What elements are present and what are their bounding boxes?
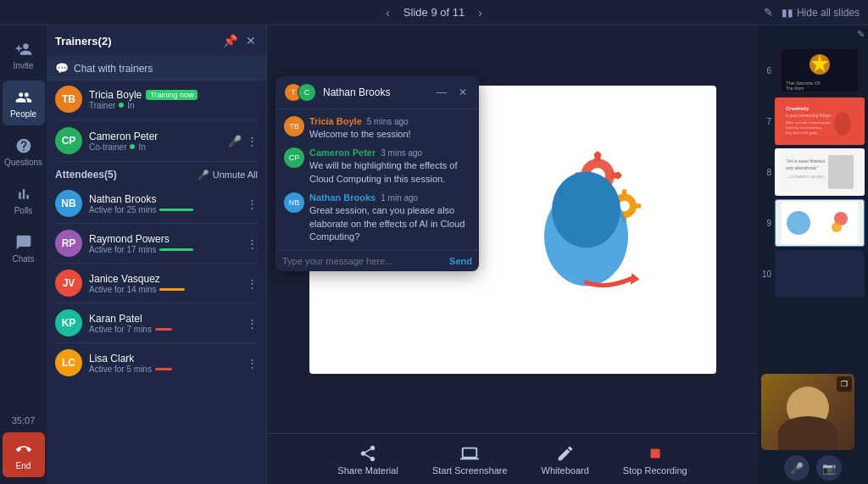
msg-body-cameron: Cameron Peter 3 mins ago We will be high… xyxy=(309,147,470,186)
camera-toggle-button[interactable]: 📷 xyxy=(816,455,842,481)
sidebar-bottom: 35:07 End xyxy=(3,415,45,484)
attendee-item-janice: JV Janice Vasquez Active for 14 mins ⋮ xyxy=(47,265,266,301)
attendee-info-janice: Janice Vasquez Active for 14 mins xyxy=(89,273,240,294)
chat-avatar-cameron: C xyxy=(298,83,316,102)
sidebar-item-questions[interactable]: Questions xyxy=(3,129,45,174)
svg-text:"Art is never finished,: "Art is never finished, xyxy=(786,159,826,164)
more-options-janice[interactable]: ⋮ xyxy=(247,277,258,290)
avatar-nathan: NB xyxy=(55,190,82,217)
msg-time-2: 1 min ago xyxy=(381,193,418,203)
svg-text:Creativity: Creativity xyxy=(786,106,810,111)
attendee-status-nathan: Active for 25 mins xyxy=(89,205,240,214)
chat-input-area: Send xyxy=(275,250,479,271)
divider-2 xyxy=(55,161,258,162)
stop-recording-action[interactable]: Stop Recording xyxy=(623,443,687,476)
chat-message-2: NB Nathan Brooks 1 min ago Great session… xyxy=(284,192,470,243)
svg-rect-10 xyxy=(621,189,626,197)
chat-message-0: TB Tricia Boyle 5 mins ago Welcome to th… xyxy=(284,116,470,141)
slide-thumb-row-6: 6 The Secrets Of The Atom xyxy=(761,47,865,94)
attendee-name-nathan: Nathan Brooks xyxy=(89,193,240,205)
whiteboard-action[interactable]: Whiteboard xyxy=(542,443,589,476)
svg-text:is just connecting things: is just connecting things xyxy=(786,113,832,118)
edit-slide-icon[interactable]: ✎ xyxy=(857,29,865,40)
hide-slides-button[interactable]: ▮▮ Hide all slides xyxy=(782,7,860,19)
person-plus-icon xyxy=(14,39,34,59)
msg-avatar-cameron: CP xyxy=(284,147,304,168)
participants-panel: Trainers(2) 📌 ✕ 💬 Chat with trainers TB … xyxy=(47,25,267,484)
sidebar-item-polls[interactable]: Polls xyxy=(3,177,45,222)
divider-6 xyxy=(55,342,258,343)
stop-recording-icon xyxy=(645,443,665,464)
screenshare-icon xyxy=(459,443,480,464)
pin-button[interactable]: 📌 xyxy=(221,32,239,49)
people-icon xyxy=(14,87,34,108)
send-message-button[interactable]: Send xyxy=(449,256,472,266)
prev-slide-button[interactable]: ‹ xyxy=(381,4,395,21)
screenshare-label: Start Screenshare xyxy=(432,465,508,476)
sidebar-item-people[interactable]: People xyxy=(3,81,45,125)
avatar-raymond: RP xyxy=(55,230,82,257)
people-label: People xyxy=(10,109,36,119)
bottom-bar: Share Material Start Screenshare Whitebo… xyxy=(267,433,758,484)
sidebar-item-end[interactable]: End xyxy=(3,432,45,477)
attendee-item-raymond: RP Raymond Powers Active for 17 mins ⋮ xyxy=(47,225,266,261)
edit-icon[interactable]: ✎ xyxy=(764,6,773,19)
video-feed-container: ❒ 🎤 📷 xyxy=(761,374,865,481)
chat-popup-avatars: T C xyxy=(284,83,311,102)
top-right-controls: ✎ ▮▮ Hide all slides xyxy=(764,6,860,19)
trainer-item-tricia: TB Tricia Boyle Training now Trainer In xyxy=(47,81,266,118)
chat-small-icon: 💬 xyxy=(55,62,69,75)
svg-marker-16 xyxy=(630,273,639,285)
more-options-icon[interactable]: ⋮ xyxy=(247,135,258,147)
hide-slides-label: Hide all slides xyxy=(797,7,860,19)
more-options-nathan[interactable]: ⋮ xyxy=(247,197,258,210)
left-sidebar: Invite People Questions Polls Chats xyxy=(0,25,47,484)
svg-text:— LEONARDO DA VINCI: — LEONARDO DA VINCI xyxy=(786,175,825,179)
sidebar-item-invite[interactable]: Invite xyxy=(3,32,45,77)
status-bar-nathan xyxy=(159,209,193,211)
msg-time-1: 3 mins ago xyxy=(381,148,422,158)
mic-icon: 🎤 xyxy=(198,170,209,181)
training-badge: Training now xyxy=(146,90,198,100)
share-material-label: Share Material xyxy=(337,465,398,476)
more-options-raymond[interactable]: ⋮ xyxy=(247,237,258,250)
sidebar-item-chats[interactable]: Chats xyxy=(3,225,45,270)
chat-with-trainers-button[interactable]: 💬 Chat with trainers xyxy=(47,57,266,81)
video-expand-button[interactable]: ❒ xyxy=(837,376,852,392)
share-material-action[interactable]: Share Material xyxy=(337,443,398,476)
avatar-lisa: LC xyxy=(55,349,82,376)
unmute-all-button[interactable]: 🎤 Unmute All xyxy=(198,170,258,181)
svg-rect-13 xyxy=(633,203,641,208)
next-slide-button[interactable]: › xyxy=(473,4,487,21)
divider-4 xyxy=(55,263,258,264)
end-icon xyxy=(14,439,34,459)
screenshare-action[interactable]: Start Screenshare xyxy=(432,443,508,476)
slide-thumb-7[interactable]: Creativity is just connecting things Whe… xyxy=(775,97,865,145)
svg-text:how they did something: how they did something xyxy=(786,125,821,130)
msg-avatar-tricia: TB xyxy=(284,116,304,136)
msg-body-tricia: Tricia Boyle 5 mins ago Welcome to the s… xyxy=(309,116,470,141)
attendees-title: Attendees(5) xyxy=(55,169,117,181)
attendee-name-raymond: Raymond Powers xyxy=(89,233,240,245)
mic-toggle-button[interactable]: 🎤 xyxy=(784,455,810,481)
chat-minimize-button[interactable]: — xyxy=(433,85,450,100)
close-panel-button[interactable]: ✕ xyxy=(244,32,258,49)
attendee-status-karan: Active for 7 mins xyxy=(89,325,240,334)
slide-thumb-inner-6: The Secrets Of The Atom xyxy=(776,47,864,93)
slide-thumb-6[interactable]: The Secrets Of The Atom xyxy=(775,47,865,94)
msg-text-0: Welcome to the session! xyxy=(309,128,470,141)
chat-close-button[interactable]: ✕ xyxy=(455,85,470,100)
slide-thumb-inner-9 xyxy=(776,200,864,246)
svg-text:The Atom: The Atom xyxy=(786,86,804,91)
more-options-lisa[interactable]: ⋮ xyxy=(247,357,258,370)
slide-thumb-8[interactable]: "Art is never finished, only abandoned."… xyxy=(775,148,865,196)
slide-thumb-row-8: 8 "Art is never finished, only abandoned… xyxy=(761,148,865,196)
chat-input-field[interactable] xyxy=(282,256,444,266)
online-indicator xyxy=(119,103,124,108)
trainer-item-cameron: CP Cameron Peter Co-trainer In 🎤 ⋮ xyxy=(47,122,266,159)
attendee-status-raymond: Active for 17 mins xyxy=(89,245,240,254)
slide-num-6: 6 xyxy=(761,66,771,75)
slide-thumb-10[interactable] xyxy=(775,250,865,298)
more-options-karan[interactable]: ⋮ xyxy=(247,317,258,330)
slide-thumb-9[interactable] xyxy=(775,199,865,247)
